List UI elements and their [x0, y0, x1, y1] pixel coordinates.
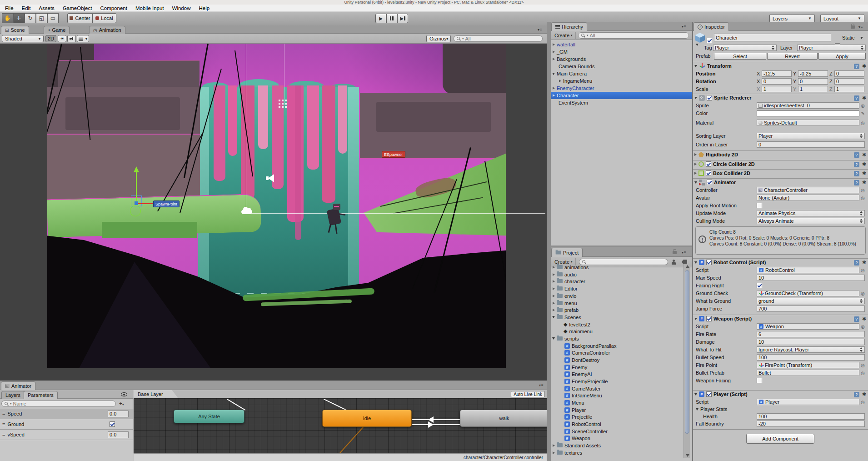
weapon-script-header[interactable]: # Weapon (Script) ?✱ — [693, 315, 868, 322]
component-enabled-checkbox[interactable] — [706, 316, 712, 321]
what-to-hit-dropdown[interactable]: Ignore Raycast, Player — [757, 346, 865, 353]
facing-right-checkbox[interactable] — [757, 283, 762, 288]
project-scrollbar[interactable] — [683, 264, 690, 458]
component-enabled-checkbox[interactable] — [706, 260, 712, 265]
rect-tool-button[interactable]: ▭ — [47, 13, 59, 23]
vertical-divider[interactable] — [547, 22, 551, 461]
help-icon[interactable]: ? — [854, 392, 859, 397]
horizontal-divider[interactable] — [551, 246, 692, 247]
scene-panel-menu-icon[interactable]: ▾≡ — [538, 28, 543, 32]
fire-point-object-field[interactable]: FirePoint (Transform) — [757, 362, 859, 368]
prefab-select-button[interactable]: Select — [714, 53, 766, 60]
move-tool-button[interactable]: ✛ — [13, 13, 25, 23]
project-script-weapon[interactable]: #Weapon — [551, 435, 692, 441]
pivot-center-button[interactable]: Center — [67, 13, 93, 23]
gizmo-origin-handle[interactable] — [135, 201, 138, 205]
object-picker-icon[interactable]: ◎ — [861, 268, 865, 273]
menu-help[interactable]: Help — [195, 5, 214, 11]
menu-assets[interactable]: Assets — [35, 5, 59, 11]
foldout-icon[interactable] — [553, 94, 555, 97]
bullet-speed-field[interactable]: 100 — [757, 354, 865, 361]
help-icon[interactable]: ? — [854, 162, 859, 167]
project-folder-prefab[interactable]: prefab — [551, 306, 692, 313]
health-field[interactable]: 100 — [757, 413, 865, 420]
foldout-icon[interactable] — [553, 309, 555, 311]
gameobject-active-checkbox[interactable] — [707, 38, 712, 43]
object-picker-icon[interactable]: ◎ — [861, 188, 865, 193]
drag-handle-icon[interactable]: = — [0, 411, 7, 416]
audio-source-gizmo-icon[interactable] — [266, 174, 276, 182]
hierarchy-search-input[interactable]: ▾ All — [578, 32, 689, 39]
foldout-open-icon[interactable] — [694, 181, 697, 184]
tab-animator[interactable]: Animator — [1, 381, 35, 390]
object-picker-icon[interactable]: ◎ — [861, 324, 865, 329]
sprite-renderer-header[interactable]: Sprite Renderer ?✱ — [693, 94, 868, 101]
transition-line[interactable] — [227, 399, 245, 411]
shaded-dropdown[interactable]: Shaded▾ — [2, 35, 44, 42]
2d-toggle-button[interactable]: 2D — [45, 35, 56, 42]
audio-toggle-button[interactable] — [67, 35, 76, 42]
gear-icon[interactable]: ✱ — [862, 180, 866, 185]
foldout-icon[interactable] — [553, 87, 555, 90]
foldout-icon[interactable] — [553, 58, 555, 60]
project-script-dontdestroy[interactable]: #DontDestroy — [551, 356, 692, 363]
tab-animation[interactable]: ◷ Animation — [89, 26, 125, 34]
tab-project[interactable]: Project — [551, 248, 583, 257]
menu-gameobject[interactable]: GameObject — [59, 5, 96, 11]
project-folder-scenes[interactable]: Scenes — [551, 314, 692, 321]
foldout-icon[interactable] — [553, 50, 555, 53]
scale-tool-button[interactable]: ◱ — [36, 13, 47, 23]
foldout-icon[interactable] — [694, 153, 697, 156]
tab-game[interactable]: ◖ Game — [44, 26, 70, 34]
gear-icon[interactable]: ✱ — [862, 152, 866, 158]
project-folder-envio[interactable]: envio — [551, 292, 692, 299]
scene-handle-dots[interactable] — [282, 103, 284, 105]
sorting-layer-dropdown[interactable]: Player — [757, 133, 865, 139]
hierarchy-item-waterfall[interactable]: waterfall — [551, 41, 692, 48]
cloud-gizmo-icon[interactable] — [241, 210, 252, 214]
menu-file[interactable]: File — [1, 5, 18, 11]
controller-object-field[interactable]: CharacterController — [757, 187, 859, 193]
project-scene-leveltest2[interactable]: ◆leveltest2 — [551, 321, 692, 328]
eye-icon[interactable] — [121, 392, 127, 396]
tab-scene[interactable]: ⊞ Scene — [1, 26, 29, 34]
scroll-up-icon[interactable] — [686, 265, 689, 268]
fire-rate-field[interactable]: 6 — [757, 331, 865, 337]
lock-icon[interactable] — [673, 251, 677, 254]
hierarchy-item-camera-bounds[interactable]: Camera Bounds — [551, 63, 692, 70]
prefab-apply-button[interactable]: Apply — [818, 53, 866, 60]
project-script-gamemaster[interactable]: #GameMaster — [551, 385, 692, 392]
avatar-object-field[interactable]: None (Avatar) — [757, 195, 859, 201]
component-enabled-checkbox[interactable] — [707, 95, 712, 100]
gear-icon[interactable]: ✱ — [862, 161, 866, 167]
player-script-header[interactable]: # Player (Script) ?✱ — [693, 390, 868, 398]
menu-mobile-input[interactable]: Mobile Input — [131, 5, 168, 11]
project-script-projectile[interactable]: #Projectile — [551, 413, 692, 420]
component-enabled-checkbox[interactable] — [707, 180, 712, 185]
help-icon[interactable]: ? — [854, 64, 859, 69]
project-script-menu[interactable]: #Menu — [551, 399, 692, 406]
robot-control-header[interactable]: # Robot Control (Script) ?✱ — [693, 258, 868, 266]
gizmos-dropdown[interactable]: Gizmos▾ — [426, 35, 451, 42]
project-scene-mainmenu[interactable]: ◆mainmenu — [551, 328, 692, 335]
weapon-facing-checkbox[interactable] — [757, 378, 762, 383]
project-folder-audio[interactable]: audio — [551, 271, 692, 278]
animator-component-header[interactable]: Animator ?✱ — [693, 178, 868, 186]
project-folder-standard-assets[interactable]: Standard Assets — [551, 442, 692, 449]
spawnpoint-label[interactable]: SpawnPoint — [153, 200, 180, 207]
project-script-scenecontroller[interactable]: #SceneController — [551, 428, 692, 435]
foldout-icon[interactable] — [553, 451, 555, 454]
foldout-icon[interactable] — [553, 266, 555, 269]
project-script-backgroundparallax[interactable]: #BackgroundParallax — [551, 342, 692, 349]
max-speed-field[interactable]: 10 — [757, 275, 865, 281]
foldout-icon[interactable] — [553, 444, 555, 447]
script-object-field[interactable]: #Player — [757, 399, 859, 405]
help-icon[interactable]: ? — [854, 260, 859, 266]
rotate-tool-button[interactable]: ↻ — [25, 13, 36, 23]
transition-line[interactable] — [324, 399, 347, 411]
foldout-icon[interactable] — [694, 163, 697, 165]
help-icon[interactable]: ? — [854, 316, 859, 322]
lock-icon[interactable] — [851, 25, 855, 29]
espawner-label[interactable]: ESpawner — [382, 151, 405, 158]
tag-dropdown[interactable]: Player — [713, 45, 777, 51]
